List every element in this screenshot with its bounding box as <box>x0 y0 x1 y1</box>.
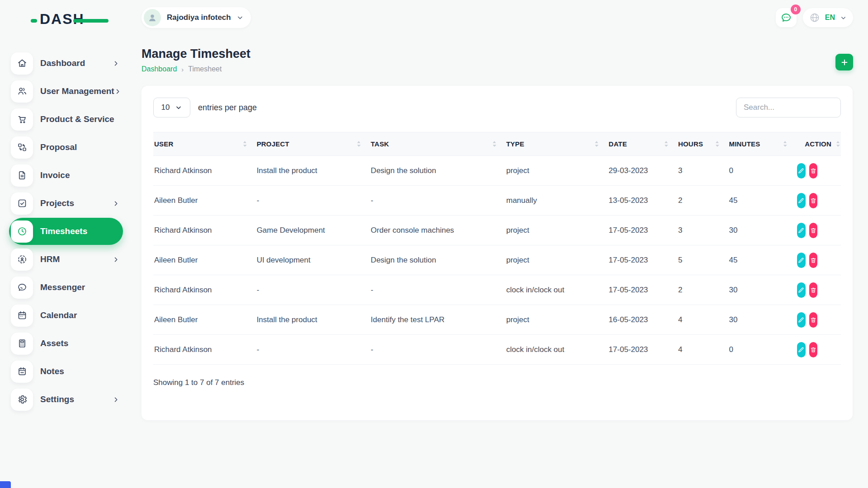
delete-button[interactable] <box>809 193 817 208</box>
sidebar-item-hrm[interactable]: HRM <box>9 246 123 273</box>
delete-button[interactable] <box>809 223 817 238</box>
breadcrumb-dashboard-link[interactable]: Dashboard <box>142 65 177 73</box>
chevron-right-icon <box>113 396 119 403</box>
sidebar-item-label: Product & Service <box>40 114 114 124</box>
calendar-icon <box>11 305 33 327</box>
sidebar-item-messenger[interactable]: Messenger <box>9 274 123 301</box>
edit-button[interactable] <box>797 253 805 268</box>
column-header-project[interactable]: PROJECT <box>256 132 370 156</box>
breadcrumb-current: Timesheet <box>188 65 222 73</box>
sidebar-item-invoice[interactable]: Invoice <box>9 162 123 189</box>
cell-action <box>796 156 841 186</box>
column-header-date[interactable]: DATE <box>608 132 677 156</box>
sidebar-item-assets[interactable]: Assets <box>9 330 123 357</box>
cell-type: clock in/clock out <box>505 335 608 365</box>
sidebar-item-label: Timesheets <box>40 226 87 236</box>
cell-minutes: 45 <box>728 186 797 216</box>
sidebar: DASH DashboardUser ManagementProduct & S… <box>0 0 129 488</box>
cell-type: project <box>505 245 608 275</box>
globe-icon <box>809 12 820 23</box>
column-label: TYPE <box>506 140 524 148</box>
cell-user: Richard Atkinson <box>153 335 256 365</box>
language-selector[interactable]: EN <box>803 8 853 27</box>
delete-button[interactable] <box>809 282 817 298</box>
company-selector[interactable]: Rajodiya infotech <box>142 7 251 28</box>
sidebar-item-calendar[interactable]: Calendar <box>9 302 123 329</box>
cell-action <box>796 335 841 365</box>
edit-button[interactable] <box>797 163 805 178</box>
cell-hours: 4 <box>677 335 728 365</box>
cell-user: Richard Atkinson <box>153 216 256 245</box>
column-label: ACTION <box>805 140 831 148</box>
cell-hours: 5 <box>677 245 728 275</box>
delete-button[interactable] <box>809 342 817 357</box>
chevron-down-icon <box>840 14 847 21</box>
table-row: Aileen ButlerUI developmentDesign the so… <box>153 245 841 275</box>
add-timesheet-button[interactable] <box>835 54 853 70</box>
entries-per-page-value: 10 <box>161 103 170 112</box>
cell-task: Design the solution <box>370 245 505 275</box>
chevron-right-icon <box>113 60 119 67</box>
cell-project: Install the product <box>256 156 370 186</box>
column-header-minutes[interactable]: MINUTES <box>728 132 797 156</box>
sidebar-item-settings[interactable]: Settings <box>9 386 123 413</box>
breadcrumb: Dashboard › Timesheet <box>142 65 250 73</box>
column-header-type[interactable]: TYPE <box>505 132 608 156</box>
cell-type: project <box>505 216 608 245</box>
sidebar-item-projects[interactable]: Projects <box>9 190 123 217</box>
cell-task: - <box>370 275 505 305</box>
sidebar-item-product-service[interactable]: Product & Service <box>9 106 123 133</box>
chevron-down-icon <box>175 104 182 111</box>
edit-button[interactable] <box>797 193 805 208</box>
sidebar-item-dashboard[interactable]: Dashboard <box>9 50 123 77</box>
cell-hours: 2 <box>677 275 728 305</box>
cell-task: Order console machines <box>370 216 505 245</box>
sidebar-item-timesheets[interactable]: Timesheets <box>9 218 123 245</box>
trash-icon <box>810 227 817 234</box>
delete-button[interactable] <box>809 163 817 178</box>
pencil-icon <box>797 257 805 264</box>
edit-button[interactable] <box>797 223 805 238</box>
logo-dash-accent <box>31 19 37 23</box>
cell-task: Design the solution <box>370 156 505 186</box>
column-label: HOURS <box>678 140 703 148</box>
column-header-task[interactable]: TASK <box>370 132 505 156</box>
cell-action <box>796 245 841 275</box>
cell-user: Aileen Butler <box>153 186 256 216</box>
column-label: TASK <box>371 140 389 148</box>
column-header-user[interactable]: USER <box>153 132 256 156</box>
column-header-hours[interactable]: HOURS <box>677 132 728 156</box>
pencil-icon <box>797 197 805 204</box>
edit-button[interactable] <box>797 342 805 357</box>
chevron-right-icon <box>113 200 119 207</box>
sort-icon <box>836 141 840 147</box>
cell-action <box>796 305 841 335</box>
messages-button[interactable]: 0 <box>776 8 797 27</box>
sidebar-item-user-management[interactable]: User Management <box>9 78 123 105</box>
sort-icon <box>243 141 247 147</box>
search-input[interactable] <box>736 98 841 117</box>
entries-per-page-select[interactable]: 10 <box>153 98 190 117</box>
app-logo[interactable]: DASH <box>32 11 108 30</box>
edit-button[interactable] <box>797 282 805 298</box>
chevron-right-icon <box>113 256 119 263</box>
column-header-action[interactable]: ACTION <box>796 132 841 156</box>
cell-hours: 3 <box>677 156 728 186</box>
sort-icon <box>492 141 496 147</box>
notes-icon <box>11 361 33 383</box>
cell-user: Aileen Butler <box>153 245 256 275</box>
sidebar-item-notes[interactable]: Notes <box>9 358 123 385</box>
language-code: EN <box>825 14 835 22</box>
users-icon <box>11 80 33 103</box>
sidebar-item-label: HRM <box>40 254 60 264</box>
sidebar-item-proposal[interactable]: Proposal <box>9 134 123 161</box>
edit-button[interactable] <box>797 312 805 328</box>
delete-button[interactable] <box>809 312 817 328</box>
delete-button[interactable] <box>809 253 817 268</box>
sort-icon <box>664 141 668 147</box>
logo-bar-accent <box>73 19 108 23</box>
cell-hours: 4 <box>677 305 728 335</box>
theme-customizer-button[interactable] <box>0 481 11 488</box>
table-row: Aileen ButlerInstall the productIdentify… <box>153 305 841 335</box>
table-header-row: USERPROJECTTASKTYPEDATEHOURSMINUTESACTIO… <box>153 132 841 156</box>
